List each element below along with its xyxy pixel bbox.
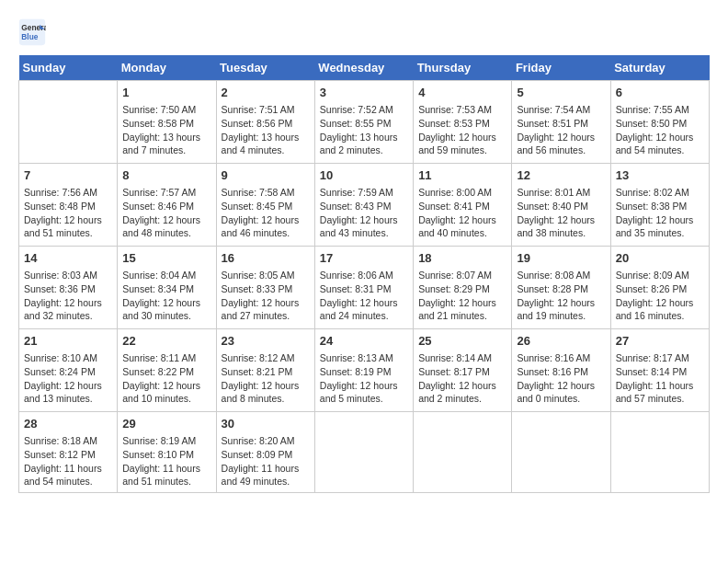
day-number: 6 (616, 85, 704, 101)
day-number: 19 (517, 250, 605, 267)
cell-text-line: Daylight: 12 hours (517, 213, 605, 227)
cell-text-line: and 5 minutes. (320, 392, 408, 406)
cell-text-line: and 54 minutes. (616, 144, 704, 157)
calendar-cell: 30Sunrise: 8:20 AMSunset: 8:09 PMDayligh… (216, 412, 314, 493)
day-number: 23 (222, 333, 310, 350)
cell-text-line: Sunset: 8:43 PM (320, 200, 408, 213)
day-number: 30 (222, 416, 310, 432)
calendar-cell (610, 412, 709, 493)
day-number: 26 (517, 333, 605, 350)
calendar-cell: 29Sunrise: 8:19 AMSunset: 8:10 PMDayligh… (118, 412, 216, 493)
weekday-header: Thursday (414, 55, 512, 81)
cell-text-line: Sunset: 8:45 PM (222, 200, 310, 213)
cell-text-line: Sunset: 8:17 PM (418, 365, 506, 379)
cell-text-line: Daylight: 12 hours (418, 213, 506, 227)
cell-text-line: Sunrise: 7:53 AM (418, 103, 506, 117)
cell-text-line: Sunrise: 8:02 AM (616, 186, 704, 200)
calendar-cell: 10Sunrise: 7:59 AMSunset: 8:43 PMDayligh… (314, 164, 413, 247)
calendar-cell (414, 412, 512, 493)
calendar-cell: 27Sunrise: 8:17 AMSunset: 8:14 PMDayligh… (610, 329, 709, 412)
cell-text-line: and 24 minutes. (320, 309, 408, 323)
logo-icon: General Blue (18, 18, 46, 46)
cell-text-line: and 54 minutes. (24, 475, 112, 488)
cell-text-line: Daylight: 11 hours (122, 462, 210, 476)
day-number: 5 (517, 85, 605, 101)
cell-text-line: and 2 minutes. (320, 144, 408, 157)
calendar-table: SundayMondayTuesdayWednesdayThursdayFrid… (18, 55, 710, 493)
cell-text-line: Sunrise: 8:04 AM (122, 269, 210, 282)
day-number: 29 (122, 416, 210, 432)
calendar-cell: 26Sunrise: 8:16 AMSunset: 8:16 PMDayligh… (512, 329, 610, 412)
cell-text-line: Daylight: 12 hours (418, 131, 506, 144)
day-number: 7 (24, 167, 112, 184)
cell-text-line: Sunset: 8:28 PM (517, 282, 605, 296)
cell-text-line: Daylight: 13 hours (320, 131, 408, 144)
cell-text-line: Daylight: 12 hours (122, 213, 210, 227)
cell-text-line: Sunrise: 8:11 AM (122, 351, 210, 365)
cell-text-line: Daylight: 12 hours (616, 131, 704, 144)
cell-text-line: Daylight: 12 hours (222, 213, 310, 227)
cell-text-line: and 10 minutes. (122, 392, 210, 406)
calendar-cell: 21Sunrise: 8:10 AMSunset: 8:24 PMDayligh… (19, 329, 118, 412)
cell-text-line: Daylight: 12 hours (222, 379, 310, 393)
calendar-cell: 18Sunrise: 8:07 AMSunset: 8:29 PMDayligh… (414, 247, 512, 329)
cell-text-line: Sunrise: 8:00 AM (418, 186, 506, 200)
cell-text-line: Sunset: 8:56 PM (222, 117, 310, 131)
cell-text-line: Sunrise: 8:10 AM (24, 351, 112, 365)
day-number: 8 (122, 167, 210, 184)
cell-text-line: and 4 minutes. (222, 144, 310, 157)
calendar-cell: 22Sunrise: 8:11 AMSunset: 8:22 PMDayligh… (118, 329, 216, 412)
day-number: 20 (616, 250, 704, 267)
day-number: 28 (24, 416, 112, 432)
calendar-cell: 12Sunrise: 8:01 AMSunset: 8:40 PMDayligh… (512, 164, 610, 247)
cell-text-line: Sunrise: 8:17 AM (616, 351, 704, 365)
calendar-cell: 28Sunrise: 8:18 AMSunset: 8:12 PMDayligh… (19, 412, 118, 493)
cell-text-line: and 40 minutes. (418, 226, 506, 240)
cell-text-line: Daylight: 12 hours (122, 296, 210, 310)
cell-text-line: Daylight: 13 hours (222, 131, 310, 144)
weekday-header: Monday (118, 55, 216, 81)
cell-text-line: Sunset: 8:36 PM (24, 282, 112, 296)
cell-text-line: and 21 minutes. (418, 309, 506, 323)
cell-text-line: and 32 minutes. (24, 309, 112, 323)
day-number: 1 (122, 85, 210, 101)
calendar-cell: 16Sunrise: 8:05 AMSunset: 8:33 PMDayligh… (216, 247, 314, 329)
logo: General Blue (18, 18, 50, 46)
cell-text-line: Sunrise: 8:01 AM (517, 186, 605, 200)
calendar-week-row: 14Sunrise: 8:03 AMSunset: 8:36 PMDayligh… (19, 247, 710, 329)
cell-text-line: Sunset: 8:24 PM (24, 365, 112, 379)
cell-text-line: Sunset: 8:19 PM (320, 365, 408, 379)
cell-text-line: Daylight: 11 hours (616, 379, 704, 393)
calendar-cell: 1Sunrise: 7:50 AMSunset: 8:58 PMDaylight… (118, 81, 216, 164)
weekday-header-row: SundayMondayTuesdayWednesdayThursdayFrid… (19, 55, 710, 81)
calendar-cell: 19Sunrise: 8:08 AMSunset: 8:28 PMDayligh… (512, 247, 610, 329)
calendar-cell: 17Sunrise: 8:06 AMSunset: 8:31 PMDayligh… (314, 247, 413, 329)
cell-text-line: and 27 minutes. (222, 309, 310, 323)
cell-text-line: Sunrise: 7:58 AM (222, 186, 310, 200)
cell-text-line: Sunset: 8:40 PM (517, 200, 605, 213)
cell-text-line: Sunset: 8:26 PM (616, 282, 704, 296)
day-number: 14 (24, 250, 112, 267)
day-number: 12 (517, 167, 605, 184)
cell-text-line: and 56 minutes. (517, 144, 605, 157)
cell-text-line: Sunset: 8:09 PM (222, 448, 310, 462)
cell-text-line: Daylight: 12 hours (616, 213, 704, 227)
day-number: 27 (616, 333, 704, 350)
cell-text-line: Sunset: 8:33 PM (222, 282, 310, 296)
cell-text-line: Daylight: 12 hours (24, 379, 112, 393)
cell-text-line: and 0 minutes. (517, 392, 605, 406)
cell-text-line: and 49 minutes. (222, 475, 310, 488)
cell-text-line: Sunrise: 8:19 AM (122, 434, 210, 448)
day-number: 17 (320, 250, 408, 267)
cell-text-line: Sunset: 8:50 PM (616, 117, 704, 131)
cell-text-line: Sunset: 8:34 PM (122, 282, 210, 296)
cell-text-line: Sunrise: 8:14 AM (418, 351, 506, 365)
cell-text-line: Sunset: 8:38 PM (616, 200, 704, 213)
calendar-cell: 20Sunrise: 8:09 AMSunset: 8:26 PMDayligh… (610, 247, 709, 329)
calendar-cell: 13Sunrise: 8:02 AMSunset: 8:38 PMDayligh… (610, 164, 709, 247)
day-number: 16 (222, 250, 310, 267)
cell-text-line: Sunset: 8:46 PM (122, 200, 210, 213)
day-number: 15 (122, 250, 210, 267)
calendar-cell: 7Sunrise: 7:56 AMSunset: 8:48 PMDaylight… (19, 164, 118, 247)
cell-text-line: Sunrise: 8:08 AM (517, 269, 605, 282)
